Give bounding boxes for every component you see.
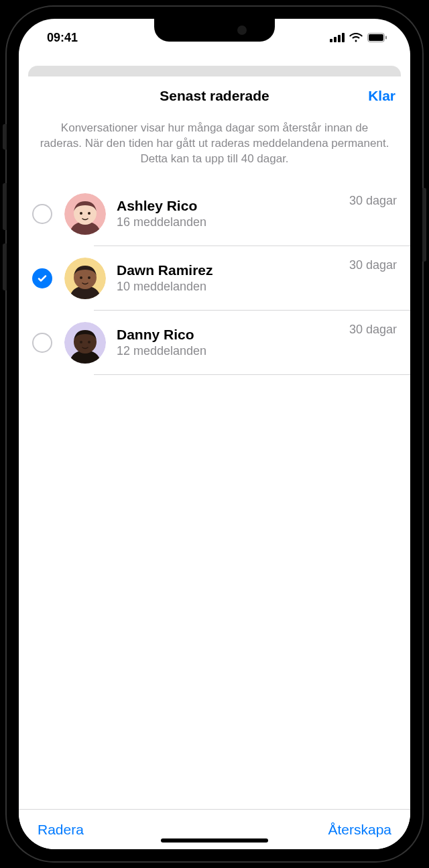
delete-button[interactable]: Radera (38, 822, 84, 838)
svg-rect-5 (369, 34, 383, 41)
days-remaining: 30 dagar (349, 323, 397, 337)
svg-rect-3 (342, 33, 345, 42)
selection-checkbox[interactable] (32, 333, 52, 353)
bottom-toolbar: Radera Återskapa (19, 809, 410, 849)
avatar (64, 322, 106, 364)
conversation-row[interactable]: Danny Rico12 meddelanden30 dagar (19, 311, 410, 375)
status-time: 09:41 (47, 31, 78, 45)
cellular-signal-icon (330, 33, 345, 42)
recover-button[interactable]: Återskapa (328, 822, 391, 838)
phone-frame: 09:41 Senast raderade Klar Konversatione… (7, 7, 422, 861)
selection-checkbox[interactable] (32, 268, 52, 288)
days-remaining: 30 dagar (349, 194, 397, 208)
selection-checkbox[interactable] (32, 204, 52, 224)
svg-point-10 (80, 212, 82, 215)
avatar (64, 258, 106, 299)
message-count: 12 meddelanden (117, 344, 349, 358)
conversation-list: Ashley Rico16 meddelanden30 dagarDawn Ra… (19, 182, 410, 809)
svg-point-15 (80, 276, 82, 279)
message-count: 16 meddelanden (117, 215, 349, 229)
svg-rect-2 (338, 35, 341, 42)
wifi-icon (349, 33, 363, 42)
page-title: Senast raderade (160, 88, 269, 104)
svg-rect-6 (385, 36, 387, 40)
screen: 09:41 Senast raderade Klar Konversatione… (19, 19, 410, 849)
svg-rect-0 (330, 39, 332, 42)
row-text: Ashley Rico16 meddelanden (117, 198, 349, 229)
svg-rect-1 (334, 37, 336, 42)
battery-icon (367, 33, 387, 42)
svg-point-11 (88, 212, 90, 215)
contact-name: Dawn Ramirez (117, 262, 349, 278)
row-text: Dawn Ramirez10 meddelanden (117, 262, 349, 294)
done-button[interactable]: Klar (368, 88, 395, 104)
row-text: Danny Rico12 meddelanden (117, 327, 349, 358)
contact-name: Ashley Rico (117, 198, 349, 214)
avatar (64, 193, 106, 235)
home-indicator[interactable] (161, 838, 268, 843)
svg-point-16 (88, 276, 90, 279)
conversation-row[interactable]: Dawn Ramirez10 meddelanden30 dagar (19, 246, 410, 311)
svg-point-21 (88, 341, 90, 343)
description-text: Konversationer visar hur många dagar som… (19, 115, 410, 182)
modal-sheet: Senast raderade Klar Konversationer visa… (19, 76, 410, 849)
svg-point-20 (80, 341, 82, 343)
days-remaining: 30 dagar (349, 258, 397, 272)
contact-name: Danny Rico (117, 327, 349, 343)
notch (154, 19, 275, 42)
conversation-row[interactable]: Ashley Rico16 meddelanden30 dagar (19, 182, 410, 246)
message-count: 10 meddelanden (117, 280, 349, 294)
sheet-header: Senast raderade Klar (19, 76, 410, 115)
